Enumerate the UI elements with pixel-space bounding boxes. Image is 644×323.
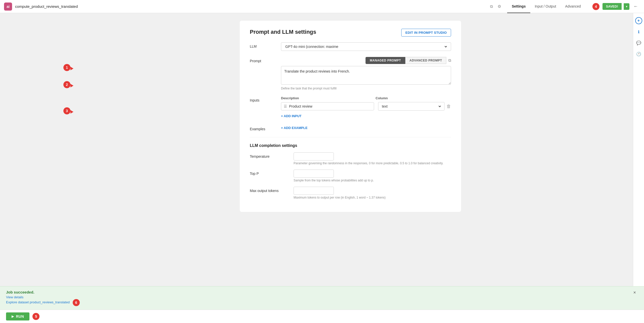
temperature-row: Temperature Parameter governing the rand… xyxy=(250,152,451,165)
input-description-field[interactable]: ☰ xyxy=(281,102,374,110)
badge-5-number: 5 xyxy=(35,314,37,318)
job-success-bar: Job succeeded. View details Explore data… xyxy=(0,286,644,310)
inputs-row: Inputs Description Column ☰ xyxy=(250,96,451,119)
explore-dataset-link[interactable]: Explore dataset product_reviews_translat… xyxy=(6,299,80,306)
inputs-col-column: Column xyxy=(376,96,451,100)
right-sidebar: + ℹ 💬 🕐 xyxy=(633,13,644,323)
llm-dropdown[interactable]: GPT-4o mini (connection: maxime xyxy=(284,44,448,49)
run-button[interactable]: ▶ RUN xyxy=(6,312,29,320)
input-description-input[interactable] xyxy=(289,104,371,108)
top-p-content: Sample from the top tokens whose probabi… xyxy=(294,170,451,182)
sidebar-plus-icon[interactable]: + xyxy=(635,17,642,24)
max-output-tokens-input[interactable] xyxy=(294,187,334,195)
examples-label: Examples xyxy=(250,125,275,131)
settings-title-icon[interactable]: ⚙ xyxy=(497,4,502,9)
badge-3: 3 xyxy=(63,107,70,114)
badge-4-number: 4 xyxy=(595,5,597,9)
delete-input-icon[interactable]: 🗑 xyxy=(447,104,451,109)
prompt-textarea[interactable] xyxy=(281,66,451,85)
temperature-label: Temperature xyxy=(250,152,288,158)
badge-6-number: 6 xyxy=(75,301,77,305)
max-output-tokens-row: Max output tokens Maximum tokens to outp… xyxy=(250,187,451,199)
inputs-col-description: Description xyxy=(281,96,372,100)
input-column-wrap: text 🗑 xyxy=(378,102,451,111)
top-p-label: Top P xyxy=(250,170,288,176)
add-example-button[interactable]: + ADD EXAMPLE xyxy=(281,125,307,131)
view-details-link[interactable]: View details xyxy=(6,295,80,299)
badge-5: 5 xyxy=(32,313,39,320)
input-column-dropdown[interactable]: text xyxy=(381,104,442,109)
completion-section-title: LLM completion settings xyxy=(250,143,451,148)
tab-input-output[interactable]: Input / Output xyxy=(530,0,561,13)
input-row: ☰ text 🗑 xyxy=(281,102,451,111)
tab-advanced-prompt[interactable]: ADVANCED PROMPT xyxy=(405,57,446,64)
add-input-button[interactable]: + ADD INPUT xyxy=(281,113,302,119)
sidebar-info-icon[interactable]: ℹ xyxy=(635,28,642,35)
examples-row: Examples + ADD EXAMPLE xyxy=(250,125,451,131)
app-logo: ai xyxy=(4,3,12,11)
llm-select[interactable]: GPT-4o mini (connection: maxime xyxy=(281,42,451,51)
badge-1: 1 xyxy=(63,64,70,71)
run-icon: ▶ xyxy=(12,315,14,318)
badge-arrow-1 xyxy=(70,67,73,70)
tab-advanced[interactable]: Advanced xyxy=(561,0,585,13)
topbar: ai compute_product_reviews_translated ⧉ … xyxy=(0,0,644,13)
top-p-hint: Sample from the top tokens whose probabi… xyxy=(294,179,445,182)
badge-arrow-2 xyxy=(70,84,73,87)
badge-1-number: 1 xyxy=(66,66,68,70)
run-label: RUN xyxy=(16,314,24,318)
top-nav: Settings Input / Output Advanced xyxy=(507,0,585,13)
examples-content: + ADD EXAMPLE xyxy=(281,125,451,131)
max-output-tokens-label: Max output tokens xyxy=(250,187,288,193)
inputs-label: Inputs xyxy=(250,96,275,102)
top-p-row: Top P Sample from the top tokens whose p… xyxy=(250,170,451,182)
prompt-copy-icon[interactable]: ⧉ xyxy=(448,58,451,63)
llm-content: GPT-4o mini (connection: maxime xyxy=(281,42,451,51)
badge-6: 6 xyxy=(73,299,80,306)
badge-4: 4 xyxy=(592,3,599,10)
explore-dataset-text: Explore dataset product_reviews_translat… xyxy=(6,300,70,304)
left-pad: 1 2 3 xyxy=(0,13,75,323)
settings-card: Prompt and LLM settings EDIT IN PROMPT S… xyxy=(240,21,461,212)
max-output-tokens-content: Maximum tokens to output per row (in Eng… xyxy=(294,187,451,199)
sidebar-chat-icon[interactable]: 💬 xyxy=(635,39,642,46)
back-button[interactable]: ← xyxy=(631,3,640,10)
prompt-content: MANAGED PROMPT ADVANCED PROMPT ⧉ Define … xyxy=(281,57,451,90)
edit-in-prompt-studio-button[interactable]: EDIT IN PROMPT STUDIO xyxy=(401,29,451,37)
divider xyxy=(250,137,451,137)
temperature-content: Parameter governing the randomness in th… xyxy=(294,152,451,165)
sidebar-clock-icon[interactable]: 🕐 xyxy=(635,50,642,57)
content-area: Prompt and LLM settings EDIT IN PROMPT S… xyxy=(75,13,633,323)
main-layout: 1 2 3 Prompt and LLM settings EDIT IN PR… xyxy=(0,13,644,323)
badge-2: 2 xyxy=(63,81,70,88)
input-desc-icon: ☰ xyxy=(284,104,287,108)
run-bar: ▶ RUN 5 xyxy=(0,310,644,323)
prompt-hint: Define the task that the prompt must ful… xyxy=(281,87,451,90)
topbar-right: 4 SAVED! ▾ ← xyxy=(592,3,640,10)
llm-label: LLM xyxy=(250,42,275,48)
tab-managed-prompt[interactable]: MANAGED PROMPT xyxy=(366,57,405,64)
badge-3-number: 3 xyxy=(66,109,68,113)
job-close-button[interactable]: × xyxy=(631,290,638,295)
max-output-tokens-hint: Maximum tokens to output per row (in Eng… xyxy=(294,196,445,199)
badge-arrow-3 xyxy=(70,110,73,114)
top-p-input[interactable] xyxy=(294,170,334,178)
logo-text: ai xyxy=(7,5,10,9)
input-column-select[interactable]: text xyxy=(378,102,445,111)
badge-2-number: 2 xyxy=(66,83,68,87)
job-success-content: Job succeeded. View details Explore data… xyxy=(6,290,80,306)
inputs-content: Description Column ☰ text xyxy=(281,96,451,119)
job-success-title: Job succeeded. xyxy=(6,290,80,294)
saved-dropdown-arrow[interactable]: ▾ xyxy=(624,3,629,10)
tab-settings[interactable]: Settings xyxy=(507,0,530,13)
title-icons: ⧉ ⚙ xyxy=(489,4,502,9)
inputs-header: Description Column xyxy=(281,96,451,100)
saved-button[interactable]: SAVED! xyxy=(602,3,622,10)
page-title: compute_product_reviews_translated xyxy=(15,4,486,9)
temperature-hint: Parameter governing the randomness in th… xyxy=(294,162,445,165)
copy-title-icon[interactable]: ⧉ xyxy=(489,4,494,9)
prompt-label: Prompt xyxy=(250,57,275,63)
temperature-input[interactable] xyxy=(294,152,334,160)
llm-row: LLM GPT-4o mini (connection: maxime xyxy=(250,42,451,51)
bottom-bar: Job succeeded. View details Explore data… xyxy=(0,286,644,323)
